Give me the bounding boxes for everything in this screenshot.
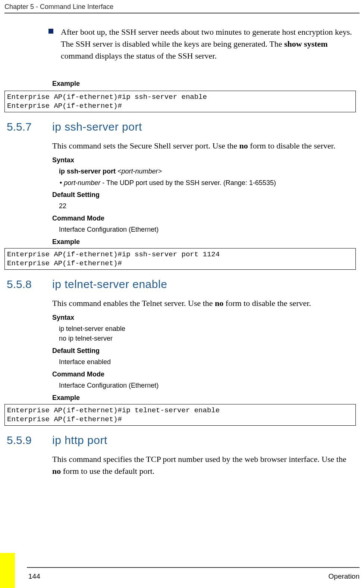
example-heading: Example (52, 394, 360, 402)
syntax-heading: Syntax (52, 314, 360, 322)
syntax-heading: Syntax (52, 156, 360, 164)
section-title: ip ssh-server port (52, 121, 142, 133)
section-body: This command specifies the TCP port numb… (52, 453, 360, 477)
default-value: Interface enabled (59, 357, 360, 367)
footer-rule (27, 567, 360, 568)
section-body: This command sets the Secure Shell serve… (52, 140, 360, 152)
section-heading-558: 5.5.8 ip telnet-server enable (4, 278, 360, 291)
section-number: 5.5.8 (4, 278, 52, 291)
syntax-param: • port-number - The UDP port used by the… (66, 178, 360, 187)
example-heading: Example (52, 80, 360, 88)
footer-label: Operation (329, 572, 360, 581)
section-heading-557: 5.5.7 ip ssh-server port (4, 121, 360, 133)
section-body: This command enables the Telnet server. … (52, 297, 360, 309)
example-code: Enterprise AP(if-ethernet)#ip ssh-server… (4, 248, 356, 270)
page-number: 144 (28, 572, 40, 581)
mode-heading: Command Mode (52, 215, 360, 222)
header-rule (4, 13, 360, 13)
default-heading: Default Setting (52, 347, 360, 355)
example-code: Enterprise AP(if-ethernet)#ip telnet-ser… (4, 404, 356, 426)
syntax-line: ip ssh-server port <port-number> (59, 166, 360, 176)
note-bullet: After boot up, the SSH server needs abou… (48, 26, 360, 62)
example-code: Enterprise AP(if-ethernet)#ip ssh-server… (4, 91, 356, 112)
note-text: After boot up, the SSH server needs abou… (61, 26, 356, 62)
default-heading: Default Setting (52, 191, 360, 199)
section-number: 5.5.9 (4, 434, 52, 447)
mode-heading: Command Mode (52, 370, 360, 378)
yellow-tab-icon (0, 553, 15, 588)
section-title: ip http port (52, 434, 107, 447)
mode-value: Interface Configuration (Ethernet) (59, 225, 360, 234)
bullet-square-icon (48, 29, 53, 34)
default-value: 22 (59, 201, 360, 211)
section-number: 5.5.7 (4, 121, 52, 133)
section-heading-559: 5.5.9 ip http port (4, 434, 360, 447)
chapter-header: Chapter 5 - Command Line Interface (4, 3, 113, 11)
syntax-line: ip telnet-server enableno ip telnet-serv… (59, 324, 360, 343)
example-heading: Example (52, 238, 360, 246)
mode-value: Interface Configuration (Ethernet) (59, 381, 360, 390)
section-title: ip telnet-server enable (52, 278, 167, 291)
